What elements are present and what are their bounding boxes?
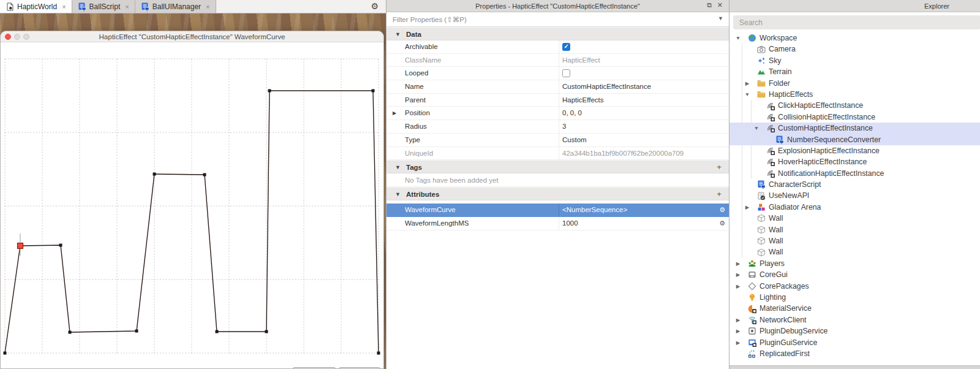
property-row-looped[interactable]: Looped (386, 67, 729, 80)
tab-balluimanager[interactable]: BallUIManager× (135, 0, 216, 13)
add-tags-button[interactable]: + (714, 161, 724, 174)
property-value[interactable]: 3 (562, 120, 566, 134)
curve-point[interactable] (265, 330, 268, 333)
curve-point[interactable] (135, 330, 138, 333)
curve-point[interactable] (216, 330, 219, 333)
property-value[interactable]: Custom (562, 134, 587, 147)
filter-dropdown-caret-icon[interactable]: ▼ (718, 15, 723, 21)
tree-row-players[interactable]: ▶Players (729, 258, 980, 269)
tree-row-notificationhapticeffectinstance[interactable]: NotificationHapticEffectInstance (729, 168, 980, 179)
tab-close-icon[interactable]: × (206, 3, 209, 10)
panel-float-icon[interactable]: ⧉ (707, 1, 712, 9)
waveform-curve-plot[interactable] (1, 42, 384, 369)
property-gear-icon[interactable]: ⚙ (719, 204, 725, 217)
tree-row-wall[interactable]: Wall (729, 235, 980, 246)
property-row-uniqueid[interactable]: UniqueId42a344b1ba1bf9b007f62be20000a709 (386, 147, 729, 161)
property-value[interactable]: 42a344b1ba1bf9b007f62be20000a709 (562, 147, 684, 161)
property-gear-icon[interactable]: ⚙ (719, 217, 725, 230)
tree-row-networkclient[interactable]: ▶NetworkClient (729, 314, 980, 325)
tree-row-workspace[interactable]: ▼Workspace (729, 32, 980, 44)
tree-row-materialservice[interactable]: MaterialService (729, 303, 980, 314)
tree-row-sky[interactable]: Sky (729, 55, 980, 66)
curve-point[interactable] (268, 89, 271, 93)
property-row-type[interactable]: TypeCustom (386, 134, 729, 147)
tree-row-explosionhapticeffectinstance[interactable]: ExplosionHapticEffectInstance (729, 145, 980, 156)
tree-row-corepackages[interactable]: ▶CorePackages (729, 281, 980, 292)
tab-ballscript[interactable]: BallScript× (72, 0, 135, 13)
tree-row-usenewapi[interactable]: UseNewAPI (729, 190, 980, 201)
tree-row-folder[interactable]: ▶Folder (729, 78, 980, 89)
tab-close-icon[interactable]: × (62, 3, 66, 10)
filter-properties-input[interactable] (393, 13, 699, 26)
section-header-data[interactable]: ▼Data (386, 27, 729, 40)
curve-point[interactable] (377, 352, 380, 355)
tree-expanded-arrow-icon[interactable]: ▼ (744, 89, 750, 100)
tree-collapsed-arrow-icon[interactable]: ▶ (735, 281, 741, 292)
tree-collapsed-arrow-icon[interactable]: ▶ (735, 314, 741, 325)
property-checkbox[interactable] (562, 69, 570, 77)
property-value[interactable]: 1000 (562, 217, 578, 230)
curve-point-selected[interactable] (18, 243, 23, 249)
tree-row-coregui[interactable]: ▶CoreGui (729, 269, 980, 280)
tree-row-camera[interactable]: Camera (729, 44, 980, 55)
tree-collapsed-arrow-icon[interactable]: ▶ (735, 269, 741, 280)
tree-expanded-arrow-icon[interactable]: ▼ (735, 32, 741, 44)
curve-point[interactable] (59, 244, 62, 247)
panel-close-icon[interactable]: ✕ (717, 1, 723, 9)
tab-hapticworld[interactable]: HapticWorld× (0, 0, 72, 13)
tree-collapsed-arrow-icon[interactable]: ▶ (735, 325, 741, 337)
tree-row-pluginguiservice[interactable]: ▶PluginGuiService (729, 337, 980, 348)
waveform-curve-canvas[interactable] (1, 42, 384, 369)
curve-point[interactable] (4, 352, 7, 355)
tab-settings-gear-icon[interactable]: ⚙ (371, 1, 379, 11)
tree-expanded-arrow-icon[interactable]: ▼ (753, 123, 760, 134)
property-value[interactable]: 0, 0, 0 (562, 107, 582, 120)
tree-row-lighting[interactable]: Lighting (729, 292, 980, 303)
property-expander-icon[interactable]: ▶ (393, 107, 396, 120)
tree-row-clickhapticeffectinstance[interactable]: ClickHapticEffectInstance (729, 100, 980, 111)
property-value[interactable]: HapticEffects (562, 94, 604, 107)
section-collapse-arrow-icon[interactable]: ▼ (395, 188, 401, 201)
tree-row-gladiator-arena[interactable]: ▶Gladiator Arena (729, 202, 980, 213)
property-row-radius[interactable]: Radius3 (386, 120, 729, 134)
tree-collapsed-arrow-icon[interactable]: ▶ (744, 78, 750, 89)
explorer-search-input[interactable] (739, 17, 972, 28)
tree-row-numbersequenceconverter[interactable]: NumberSequenceConverter (729, 134, 980, 145)
section-header-tags[interactable]: ▼Tags+ (386, 160, 729, 173)
property-row-classname[interactable]: ClassNameHapticEffect (386, 54, 729, 67)
tree-row-terrain[interactable]: Terrain (729, 66, 980, 77)
tree-row-hapticeffects[interactable]: ▼HapticEffects (729, 89, 980, 100)
tree-row-plugindebugservice[interactable]: ▶PluginDebugService (729, 325, 980, 337)
property-row-waveformcurve[interactable]: WaveformCurve<NumberSequence>⚙ (386, 204, 729, 217)
curve-point[interactable] (153, 173, 156, 176)
property-row-archivable[interactable]: Archivable (386, 40, 729, 54)
section-collapse-arrow-icon[interactable]: ▼ (395, 28, 401, 41)
tree-collapsed-arrow-icon[interactable]: ▶ (744, 202, 750, 213)
tree-row-wall[interactable]: Wall (729, 213, 980, 224)
property-value[interactable]: <NumberSequence> (562, 204, 627, 217)
property-checkbox[interactable] (562, 43, 570, 51)
tree-row-customhapticeffectinstance[interactable]: ▼CustomHapticEffectInstance (729, 123, 980, 134)
property-row-position[interactable]: ▶Position0, 0, 0 (386, 107, 729, 120)
tree-row-collisionhapticeffectinstance[interactable]: CollisionHapticEffectInstance (729, 112, 980, 123)
section-collapse-arrow-icon[interactable]: ▼ (395, 161, 401, 174)
section-header-attributes[interactable]: ▼Attributes+ (386, 187, 729, 200)
curve-point[interactable] (69, 331, 72, 334)
network-icon (748, 316, 756, 324)
curve-point[interactable] (203, 173, 206, 177)
tree-collapsed-arrow-icon[interactable]: ▶ (735, 258, 741, 269)
property-row-name[interactable]: NameCustomHapticEffectInstance (386, 80, 729, 94)
tree-row-wall[interactable]: Wall (729, 246, 980, 257)
tree-collapsed-arrow-icon[interactable]: ▶ (735, 337, 741, 348)
property-row-waveformlengthms[interactable]: WaveformLengthMS1000⚙ (386, 217, 729, 230)
tree-row-hoverhapticeffectinstance[interactable]: HoverHapticEffectInstance (729, 156, 980, 167)
property-value[interactable]: CustomHapticEffectInstance (562, 80, 651, 94)
tree-row-characterscript[interactable]: CharacterScript (729, 179, 980, 190)
curve-point[interactable] (372, 89, 375, 93)
property-row-parent[interactable]: ParentHapticEffects (386, 94, 729, 107)
property-value[interactable]: HapticEffect (562, 54, 600, 67)
tree-row-replicatedfirst[interactable]: ReplicatedFirst (729, 348, 980, 359)
add-attributes-button[interactable]: + (714, 188, 724, 201)
tab-close-icon[interactable]: × (125, 3, 129, 10)
tree-row-wall[interactable]: Wall (729, 224, 980, 235)
